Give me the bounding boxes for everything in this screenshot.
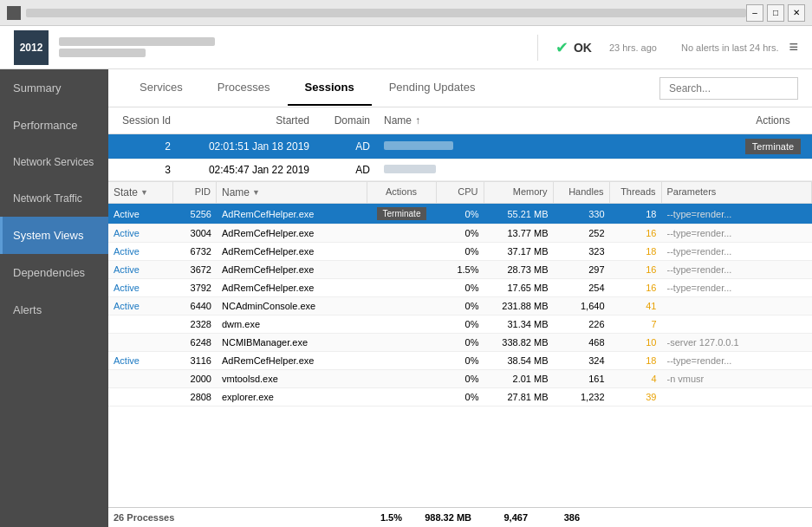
pr-handles-10: 1,232 [554, 388, 610, 406]
pr-params-9: -n vmusr [662, 370, 813, 387]
minimize-button[interactable]: – [746, 4, 763, 22]
pr-memory-4: 17.65 MB [484, 279, 554, 296]
pr-cpu-4: 0% [437, 279, 484, 296]
pr-handles-4: 254 [554, 279, 610, 296]
filter-icon[interactable]: ▼ [140, 188, 148, 197]
pr-memory-0: 55.21 MB [484, 205, 554, 223]
summary-memory: 988.32 MB [407, 508, 477, 527]
pr-threads-6: 7 [610, 316, 662, 333]
sidebar: Summary Performance Network Services Net… [0, 69, 108, 527]
sidebar-item-performance[interactable]: Performance [0, 107, 108, 144]
search-input[interactable] [659, 77, 798, 100]
pr-handles-0: 330 [554, 205, 610, 223]
pr-state-2: Active [108, 243, 173, 260]
pr-pid-9: 2000 [173, 370, 217, 387]
tab-processes[interactable]: Processes [200, 70, 288, 106]
pr-memory-3: 28.73 MB [484, 261, 554, 278]
close-button[interactable]: ✕ [788, 4, 805, 22]
process-row-5: Active 6440 NCAdminConsole.exe 0% 231.88… [108, 297, 812, 316]
session-id-2: 3 [108, 159, 178, 180]
pr-threads-9: 4 [610, 370, 662, 387]
session-domain-2: AD [316, 159, 377, 180]
pr-actions-8 [367, 357, 437, 364]
session-actions-1: Terminate [734, 134, 812, 159]
pr-threads-10: 39 [610, 388, 662, 406]
pr-pid-7: 6248 [173, 334, 217, 351]
session-name-bar-2 [384, 165, 436, 173]
sidebar-item-system-views[interactable]: System Views [0, 217, 108, 254]
pr-handles-9: 161 [554, 370, 610, 387]
session-name-bar-1 [384, 141, 453, 150]
process-row-4: Active 3792 AdRemCefHelper.exe 0% 17.65 … [108, 279, 812, 297]
pr-actions-4 [367, 284, 437, 291]
tab-services[interactable]: Services [122, 70, 200, 106]
menu-icon[interactable]: ≡ [789, 38, 798, 56]
pr-threads-5: 41 [610, 297, 662, 315]
alert-text: No alerts in last 24 hrs. [681, 42, 779, 53]
summary-handles: 9,467 [477, 508, 533, 527]
pr-actions-6 [367, 321, 437, 328]
pr-threads-7: 10 [610, 334, 662, 351]
pr-memory-1: 13.77 MB [484, 224, 554, 242]
title-bar-text [26, 9, 746, 17]
sidebar-item-dependencies[interactable]: Dependencies [0, 254, 108, 291]
col-header-domain: Domain [316, 111, 377, 130]
pr-handles-3: 297 [554, 261, 610, 278]
maximize-button[interactable]: □ [767, 4, 784, 22]
sidebar-item-summary[interactable]: Summary [0, 69, 108, 107]
sort-arrow-icon: ↑ [415, 114, 420, 127]
session-terminate-button-1[interactable]: Terminate [745, 139, 801, 154]
pr-state-7 [108, 339, 173, 346]
process-row-9: 2000 vmtoolsd.exe 0% 2.01 MB 161 4 -n vm… [108, 370, 812, 388]
ph-threads: Threads [610, 182, 662, 203]
content-area: Services Processes Sessions Pending Upda… [108, 69, 812, 527]
sidebar-item-network-services[interactable]: Network Services [0, 144, 108, 180]
app-icon [7, 6, 21, 20]
pr-memory-10: 27.81 MB [484, 388, 554, 406]
process-row-3: Active 3672 AdRemCefHelper.exe 1.5% 28.7… [108, 261, 812, 279]
pr-params-10 [662, 394, 813, 400]
ph-pid: PID [173, 182, 217, 203]
pr-pid-1: 3004 [173, 224, 217, 242]
pr-actions-5 [367, 303, 437, 309]
summary-end [585, 513, 812, 522]
pr-name-0: AdRemCefHelper.exe [217, 205, 367, 223]
col-header-session-id: Session Id [108, 111, 178, 130]
pr-actions-1 [367, 230, 437, 237]
pr-name-9: vmtoolsd.exe [217, 370, 367, 387]
pr-cpu-9: 0% [437, 370, 484, 387]
col-header-started: Started [178, 111, 316, 130]
filter-name-icon[interactable]: ▼ [252, 188, 260, 197]
tab-pending-updates[interactable]: Pending Updates [372, 70, 493, 106]
pr-name-6: dwm.exe [217, 316, 367, 333]
ph-state: State ▼ [108, 182, 173, 203]
session-id-1: 2 [108, 136, 178, 157]
pr-memory-8: 38.54 MB [484, 352, 554, 369]
sidebar-item-alerts[interactable]: Alerts [0, 291, 108, 329]
pr-actions-0: Terminate [367, 204, 437, 224]
pr-cpu-2: 0% [437, 243, 484, 260]
tab-sessions[interactable]: Sessions [288, 70, 372, 106]
process-row-10: 2808 explorer.exe 0% 27.81 MB 1,232 39 [108, 388, 812, 407]
pr-handles-6: 226 [554, 316, 610, 333]
pr-pid-4: 3792 [173, 279, 217, 296]
time-ago: 23 hrs. ago [609, 42, 657, 53]
process-row-6: 2328 dwm.exe 0% 31.34 MB 226 7 [108, 316, 812, 334]
pr-state-9 [108, 375, 173, 382]
terminate-btn-0[interactable]: Terminate [377, 207, 427, 220]
pr-name-2: AdRemCefHelper.exe [217, 243, 367, 260]
pr-pid-8: 3116 [173, 352, 217, 369]
pr-state-3: Active [108, 261, 173, 278]
pr-memory-7: 338.82 MB [484, 334, 554, 351]
pr-cpu-1: 0% [437, 224, 484, 242]
pr-threads-3: 16 [610, 261, 662, 278]
sidebar-item-network-traffic[interactable]: Network Traffic [0, 180, 108, 217]
pr-handles-1: 252 [554, 224, 610, 242]
pr-params-2: --type=render... [662, 243, 813, 260]
process-row-8: Active 3116 AdRemCefHelper.exe 0% 38.54 … [108, 352, 812, 370]
pr-actions-2 [367, 248, 437, 255]
pr-state-6 [108, 321, 173, 328]
pr-cpu-5: 0% [437, 297, 484, 315]
ph-memory: Memory [484, 182, 554, 203]
summary-cpu: 1.5% [360, 508, 407, 527]
